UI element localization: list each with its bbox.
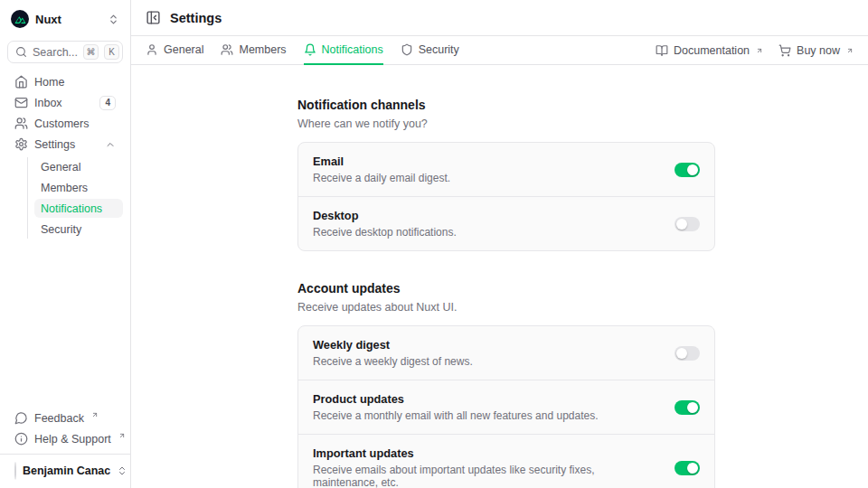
sidebar-item-inbox[interactable]: Inbox 4	[7, 93, 123, 112]
shield-icon	[401, 43, 413, 56]
users-icon	[14, 117, 28, 130]
sidebar: Nuxt Search... ⌘ K Home Inbox 4	[0, 0, 131, 488]
inbox-icon	[14, 96, 28, 109]
setting-row-important-updates: Important updates Receive emails about i…	[298, 434, 714, 488]
sidebar-item-label: Home	[34, 76, 64, 89]
buy-now-link[interactable]: Buy now	[778, 44, 854, 57]
help-support-link[interactable]: Help & Support	[7, 429, 123, 448]
section-title: Account updates	[297, 281, 715, 296]
page-header: Settings	[131, 0, 868, 36]
sidebar-nav: Home Inbox 4 Customers Settings	[0, 63, 130, 239]
user-menu[interactable]: Benjamin Canac	[7, 459, 123, 483]
sidebar-item-label: Customers	[34, 117, 89, 130]
avatar	[14, 462, 16, 480]
setting-row-product-updates: Product updates Receive a monthly email …	[298, 380, 714, 434]
help-support-label: Help & Support	[34, 433, 111, 446]
important-updates-toggle[interactable]	[675, 461, 700, 475]
documentation-label: Documentation	[674, 44, 750, 57]
sidebar-item-label: Members	[41, 182, 88, 194]
tab-label: General	[164, 43, 203, 56]
tab-members[interactable]: Members	[221, 36, 286, 65]
documentation-link[interactable]: Documentation	[656, 44, 763, 57]
info-circle-icon	[14, 432, 28, 446]
tabbar-actions: Documentation Buy now	[656, 36, 854, 64]
gear-icon	[14, 137, 28, 151]
settings-content: Notification channels Where can we notif…	[131, 65, 868, 488]
tab-label: Notifications	[322, 43, 383, 56]
sidebar-item-settings-members[interactable]: Members	[34, 178, 123, 197]
setting-text: Product updates Receive a monthly email …	[313, 392, 599, 422]
sidebar-item-settings-general[interactable]: General	[34, 157, 123, 176]
email-toggle[interactable]	[675, 163, 700, 177]
setting-text: Weekly digest Receive a weekly digest of…	[313, 338, 473, 368]
chevron-up-icon	[105, 139, 116, 150]
setting-label: Email	[313, 155, 450, 168]
setting-text: Email Receive a daily email digest.	[313, 155, 450, 184]
inbox-count-badge: 4	[99, 96, 116, 110]
chevrons-up-down-icon	[108, 14, 119, 25]
section-account-updates: Account updates Receive updates about Nu…	[297, 281, 715, 488]
page-title: Settings	[170, 11, 222, 25]
tab-label: Members	[239, 43, 286, 56]
search-input[interactable]: Search... ⌘ K	[7, 41, 123, 63]
users-icon	[221, 43, 233, 56]
buy-now-label: Buy now	[797, 44, 840, 57]
sidebar-item-customers[interactable]: Customers	[7, 114, 123, 133]
setting-description: Receive a weekly digest of news.	[313, 355, 473, 368]
kbd-meta: ⌘	[83, 44, 99, 60]
setting-row-weekly-digest: Weekly digest Receive a weekly digest of…	[298, 326, 714, 380]
workspace-switcher[interactable]: Nuxt	[7, 7, 123, 31]
sidebar-item-label: General	[41, 161, 80, 174]
external-link-icon	[118, 432, 126, 439]
shopping-cart-icon	[778, 44, 791, 57]
nuxt-logo	[11, 10, 29, 28]
sidebar-spacer	[0, 239, 130, 408]
book-open-icon	[656, 44, 668, 57]
collapse-sidebar-button[interactable]	[146, 10, 161, 25]
section-notification-channels: Notification channels Where can we notif…	[297, 98, 715, 251]
sidebar-item-settings-notifications[interactable]: Notifications	[34, 199, 123, 218]
sidebar-item-label: Settings	[34, 138, 75, 151]
sidebar-item-label: Security	[41, 223, 81, 236]
product-updates-toggle[interactable]	[675, 400, 700, 415]
settings-tabbar: General Members Notifications Security	[131, 36, 868, 65]
workspace-name: Nuxt	[35, 13, 61, 26]
tab-general[interactable]: General	[146, 36, 203, 65]
tab-notifications[interactable]: Notifications	[304, 36, 383, 65]
setting-text: Important updates Receive emails about i…	[313, 446, 660, 488]
setting-description: Receive desktop notifications.	[313, 226, 457, 239]
home-icon	[14, 75, 28, 89]
chevrons-up-down-icon	[117, 465, 127, 476]
message-bubble-icon	[14, 411, 28, 425]
panel-left-close-icon	[146, 10, 161, 25]
sidebar-footer: Feedback Help & Support	[0, 408, 130, 454]
feedback-link[interactable]: Feedback	[7, 408, 123, 427]
external-link-icon	[846, 47, 854, 54]
sidebar-item-home[interactable]: Home	[7, 72, 123, 91]
setting-label: Important updates	[313, 446, 660, 460]
sidebar-user-section: Benjamin Canac	[0, 454, 130, 488]
settings-subnav: General Members Notifications Security	[27, 157, 123, 239]
sidebar-item-settings[interactable]: Settings	[7, 135, 123, 154]
settings-card: Email Receive a daily email digest. Desk…	[297, 142, 715, 251]
main-panel: Settings General Members Notifications S…	[131, 0, 868, 488]
bell-icon	[304, 43, 316, 56]
setting-label: Product updates	[313, 392, 599, 406]
section-description: Receive updates about Nuxt UI.	[297, 301, 715, 314]
setting-row-email: Email Receive a daily email digest.	[298, 143, 714, 196]
desktop-toggle[interactable]	[675, 217, 700, 231]
sidebar-item-label: Inbox	[34, 97, 62, 109]
search-icon	[15, 46, 27, 58]
setting-description: Receive a daily email digest.	[313, 172, 450, 184]
setting-row-desktop: Desktop Receive desktop notifications.	[298, 196, 714, 250]
tab-security[interactable]: Security	[401, 36, 459, 65]
setting-description: Receive a monthly email with all new fea…	[313, 409, 599, 422]
weekly-digest-toggle[interactable]	[675, 346, 700, 361]
setting-text: Desktop Receive desktop notifications.	[313, 209, 457, 239]
external-link-icon	[91, 411, 99, 418]
sidebar-item-settings-security[interactable]: Security	[34, 220, 123, 239]
search-placeholder: Search...	[33, 46, 78, 59]
user-icon	[146, 43, 158, 56]
kbd-k: K	[104, 44, 119, 60]
setting-label: Desktop	[313, 209, 457, 222]
